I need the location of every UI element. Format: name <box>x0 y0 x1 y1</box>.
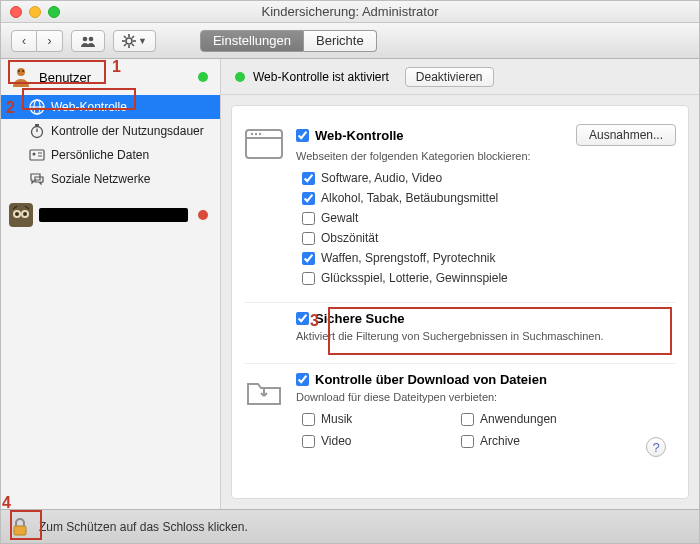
svg-rect-20 <box>30 150 44 160</box>
minimize-icon[interactable] <box>29 6 41 18</box>
section-safe-search: Sichere Suche Aktiviert die Filterung vo… <box>244 303 676 364</box>
maximize-icon[interactable] <box>48 6 60 18</box>
block-category-checkbox[interactable] <box>302 232 315 245</box>
lock-icon[interactable] <box>9 516 31 538</box>
svg-point-1 <box>89 36 94 41</box>
stopwatch-icon <box>29 123 45 139</box>
status-dot-active <box>235 72 245 82</box>
checkbox-label: Alkohol, Tabak, Betäubungsmittel <box>321 191 498 205</box>
svg-point-21 <box>33 153 36 156</box>
svg-line-9 <box>132 36 134 38</box>
idcard-icon <box>29 147 45 163</box>
deactivate-button[interactable]: Deaktivieren <box>405 67 494 87</box>
status-text: Web-Kontrolle ist aktiviert <box>253 70 389 84</box>
web-control-toggle[interactable] <box>296 129 309 142</box>
download-control-toggle[interactable] <box>296 373 309 386</box>
users-icon <box>80 35 96 47</box>
svg-rect-19 <box>35 124 39 126</box>
section-subtitle: Aktiviert die Filterung von Suchergebnis… <box>296 330 676 342</box>
svg-line-10 <box>124 44 126 46</box>
sidebar-item-web-control[interactable]: Web-Kontrolle <box>1 95 220 119</box>
block-category-checkbox[interactable] <box>302 212 315 225</box>
svg-point-26 <box>15 212 19 216</box>
section-web-control: Web-Kontrolle Ausnahmen... Webseiten der… <box>244 116 676 303</box>
help-button[interactable]: ? <box>646 437 666 457</box>
chevron-down-icon: ▼ <box>138 36 147 46</box>
tab-reports[interactable]: Berichte <box>304 30 377 52</box>
block-category-checkbox[interactable] <box>302 172 315 185</box>
person-icon <box>9 65 33 89</box>
sidebar-user-2[interactable] <box>1 197 220 233</box>
checkbox-label: Anwendungen <box>480 412 557 426</box>
safe-search-toggle[interactable] <box>296 312 309 325</box>
window-title: Kindersicherung: Administrator <box>1 4 699 19</box>
svg-point-30 <box>251 133 253 135</box>
svg-point-32 <box>259 133 261 135</box>
sidebar-item-personal-data[interactable]: Persönliche Daten <box>1 143 220 167</box>
svg-point-12 <box>18 70 20 72</box>
sidebar-item-label: Kontrolle der Nutzungsdauer <box>51 124 204 138</box>
section-download-control: Kontrolle über Download von Dateien Down… <box>244 364 676 465</box>
owl-icon <box>11 205 31 225</box>
status-dot-inactive <box>198 210 208 220</box>
redacted-name <box>39 208 188 222</box>
svg-point-27 <box>23 212 27 216</box>
svg-rect-33 <box>14 526 26 535</box>
svg-point-2 <box>126 38 132 44</box>
checkbox-label: Archive <box>480 434 520 448</box>
svg-line-8 <box>132 44 134 46</box>
svg-point-13 <box>22 70 24 72</box>
filetype-checkbox[interactable] <box>302 435 315 448</box>
section-title: Sichere Suche <box>315 311 405 326</box>
sidebar-item-social-networks[interactable]: Soziale Netzwerke <box>1 167 220 191</box>
checkbox-label: Video <box>321 434 351 448</box>
sidebar-item-usage-time[interactable]: Kontrolle der Nutzungsdauer <box>1 119 220 143</box>
block-category-checkbox[interactable] <box>302 272 315 285</box>
close-icon[interactable] <box>10 6 22 18</box>
status-dot-active <box>198 72 208 82</box>
checkbox-label: Glücksspiel, Lotterie, Gewinnspiele <box>321 271 508 285</box>
download-folder-icon <box>244 374 284 410</box>
svg-point-31 <box>255 133 257 135</box>
nav-back-button[interactable]: ‹ <box>11 30 37 52</box>
tab-settings[interactable]: Einstellungen <box>200 30 304 52</box>
filetype-checkbox[interactable] <box>461 435 474 448</box>
exceptions-button[interactable]: Ausnahmen... <box>576 124 676 146</box>
svg-line-7 <box>124 36 126 38</box>
sidebar-item-label: Soziale Netzwerke <box>51 172 150 186</box>
browser-icon <box>244 126 284 162</box>
checkbox-label: Waffen, Sprengstoff, Pyrotechnik <box>321 251 496 265</box>
section-title: Kontrolle über Download von Dateien <box>315 372 547 387</box>
users-button[interactable] <box>71 30 105 52</box>
block-category-checkbox[interactable] <box>302 192 315 205</box>
section-subtitle: Download für diese Dateitypen verbieten: <box>296 391 676 403</box>
svg-point-0 <box>83 36 88 41</box>
filetype-checkbox[interactable] <box>302 413 315 426</box>
sidebar-item-label: Persönliche Daten <box>51 148 149 162</box>
gear-icon <box>122 34 136 48</box>
checkbox-label: Software, Audio, Video <box>321 171 442 185</box>
checkbox-label: Musik <box>321 412 352 426</box>
section-subtitle: Webseiten der folgenden Kategorien block… <box>296 150 676 162</box>
svg-point-11 <box>17 68 25 76</box>
sidebar-user-name: Benutzer <box>39 70 91 85</box>
checkbox-label: Obszönität <box>321 231 378 245</box>
checkbox-label: Gewalt <box>321 211 358 225</box>
sidebar-user[interactable]: Benutzer <box>1 59 220 95</box>
sidebar-item-label: Web-Kontrolle <box>51 100 127 114</box>
chat-icon <box>29 171 45 187</box>
block-category-checkbox[interactable] <box>302 252 315 265</box>
avatar <box>9 203 33 227</box>
filetype-checkbox[interactable] <box>461 413 474 426</box>
settings-button[interactable]: ▼ <box>113 30 156 52</box>
globe-icon <box>29 99 45 115</box>
nav-forward-button[interactable]: › <box>37 30 63 52</box>
section-title: Web-Kontrolle <box>315 128 404 143</box>
lock-hint: Zum Schützen auf das Schloss klicken. <box>39 520 248 534</box>
